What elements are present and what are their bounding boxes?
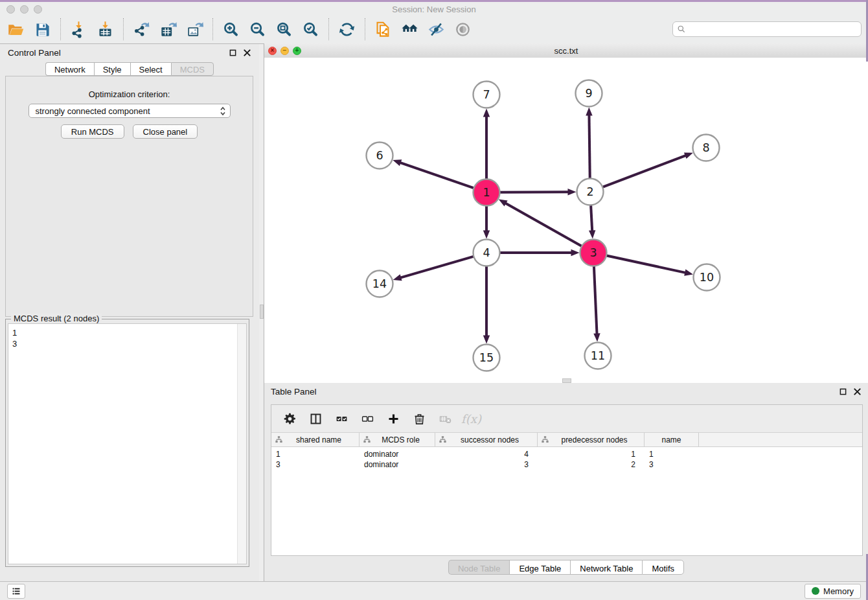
select-all-columns-button[interactable] xyxy=(330,407,354,430)
minimize-view-button[interactable]: − xyxy=(280,47,289,55)
edge-3-10[interactable] xyxy=(607,255,693,275)
result-scrollbar[interactable] xyxy=(237,324,246,564)
search-field[interactable] xyxy=(672,21,862,37)
unselect-all-columns-button[interactable] xyxy=(356,407,380,430)
column-header-successor-nodes[interactable]: successor nodes xyxy=(435,433,538,446)
edge-2-9[interactable] xyxy=(586,107,592,178)
import-table-button[interactable] xyxy=(92,17,119,41)
node-10[interactable]: 10 xyxy=(694,264,720,291)
create-column-button[interactable] xyxy=(382,407,405,430)
export-table-button[interactable] xyxy=(155,17,181,41)
network-canvas[interactable]: 7968124314101511 xyxy=(264,58,868,383)
open-session-button[interactable] xyxy=(3,17,29,41)
network-graph[interactable]: 7968124314101511 xyxy=(264,58,867,383)
edge-1-4[interactable] xyxy=(483,206,490,239)
canvas-splitter-grip[interactable] xyxy=(562,378,571,383)
cell-MCDS-role[interactable]: dominator xyxy=(360,450,435,459)
svg-text:8: 8 xyxy=(702,141,709,154)
search-input[interactable] xyxy=(689,24,857,35)
deselect-all-icon xyxy=(361,412,374,426)
edge-1-7[interactable] xyxy=(483,109,490,179)
node-4[interactable]: 4 xyxy=(474,240,500,266)
cell-shared-name[interactable]: 3 xyxy=(271,460,360,469)
cell-successor-nodes[interactable]: 3 xyxy=(435,460,538,469)
export-image-button[interactable] xyxy=(181,17,208,41)
edge-3-11[interactable] xyxy=(593,266,600,342)
node-6[interactable]: 6 xyxy=(367,143,393,169)
tab-style[interactable]: Style xyxy=(94,62,130,76)
column-header-name[interactable]: name xyxy=(645,433,699,446)
cell-predecessor-nodes[interactable]: 1 xyxy=(538,450,645,459)
table-row-1[interactable]: 1dominator411 xyxy=(271,449,862,459)
cell-MCDS-role[interactable]: dominator xyxy=(360,460,435,469)
hide-selected-button[interactable] xyxy=(423,17,450,41)
column-header-MCDS-role[interactable]: MCDS role xyxy=(360,433,435,446)
zoom-out-button[interactable] xyxy=(244,17,271,41)
node-11[interactable]: 11 xyxy=(585,343,611,369)
node-15[interactable]: 15 xyxy=(474,345,500,371)
close-table-panel-icon[interactable] xyxy=(853,387,862,396)
import-network-button[interactable] xyxy=(65,17,92,41)
cell-name[interactable]: 3 xyxy=(645,460,699,469)
mcds-result-textarea[interactable]: 13 xyxy=(8,323,247,564)
close-view-button[interactable]: × xyxy=(268,47,277,55)
table-options-button[interactable] xyxy=(278,407,302,430)
column-header-shared-name[interactable]: shared name xyxy=(271,433,360,446)
node-8[interactable]: 8 xyxy=(693,135,720,161)
delete-columns-button[interactable] xyxy=(407,407,431,430)
memory-button[interactable]: Memory xyxy=(805,584,861,599)
export-network-button[interactable] xyxy=(128,17,155,41)
gear-icon xyxy=(283,412,297,426)
tab-network-table[interactable]: Network Table xyxy=(570,560,642,575)
clone-network-button[interactable] xyxy=(370,17,396,41)
tab-edge-table[interactable]: Edge Table xyxy=(509,560,570,575)
node-1[interactable]: 1 xyxy=(474,179,500,206)
table-row-3[interactable]: 3dominator323 xyxy=(271,459,862,470)
show-all-button xyxy=(450,17,476,41)
edge-2-3[interactable] xyxy=(589,205,595,239)
node-3[interactable]: 3 xyxy=(580,240,607,266)
edge-1-6[interactable] xyxy=(393,159,474,188)
node-9[interactable]: 9 xyxy=(576,80,602,107)
float-table-panel-icon[interactable] xyxy=(839,387,847,396)
column-header-predecessor-nodes[interactable]: predecessor nodes xyxy=(538,433,645,446)
zoom-fit-button[interactable] xyxy=(271,17,297,41)
cell-predecessor-nodes[interactable]: 2 xyxy=(538,460,645,469)
edge-4-15[interactable] xyxy=(483,266,490,344)
memory-label: Memory xyxy=(823,586,854,596)
zoom-in-button[interactable] xyxy=(218,17,244,41)
cell-shared-name[interactable]: 1 xyxy=(271,450,360,459)
toolbar-separator xyxy=(328,18,329,40)
cell-successor-nodes[interactable]: 4 xyxy=(435,450,538,459)
tab-motifs[interactable]: Motifs xyxy=(642,560,684,575)
zoom-selected-button[interactable] xyxy=(297,17,324,41)
node-2[interactable]: 2 xyxy=(577,179,604,205)
close-panel-icon[interactable] xyxy=(243,49,251,57)
edge-1-2[interactable] xyxy=(500,189,577,195)
cell-name[interactable]: 1 xyxy=(645,450,699,459)
edge-4-14[interactable] xyxy=(393,257,474,281)
close-panel-button[interactable]: Close panel xyxy=(133,124,198,139)
maximize-view-button[interactable]: + xyxy=(293,47,301,55)
run-mcds-button[interactable]: Run MCDS xyxy=(61,124,124,139)
edge-3-1[interactable] xyxy=(499,200,582,246)
float-panel-icon[interactable] xyxy=(229,49,237,57)
edge-4-3[interactable] xyxy=(500,249,580,256)
first-neighbors-button[interactable] xyxy=(396,17,423,41)
window-title: Session: New Session xyxy=(0,5,868,14)
apply-layout-button[interactable] xyxy=(334,17,360,41)
control-panel: Control Panel NetworkStyleSelectMCDS Opt… xyxy=(0,44,259,581)
delete-table-icon xyxy=(439,412,452,426)
node-7[interactable]: 7 xyxy=(474,82,500,108)
edge-2-8[interactable] xyxy=(603,152,693,187)
tab-select[interactable]: Select xyxy=(130,62,171,76)
eye-slash-icon xyxy=(428,21,445,38)
criterion-dropdown[interactable]: strongly connected component xyxy=(29,104,231,118)
tab-network[interactable]: Network xyxy=(45,62,94,76)
save-session-button[interactable] xyxy=(29,17,56,41)
show-columns-button[interactable] xyxy=(304,407,328,430)
node-14[interactable]: 14 xyxy=(367,271,393,297)
task-history-button[interactable] xyxy=(7,584,25,599)
tab-mcds[interactable]: MCDS xyxy=(171,62,214,76)
tab-node-table[interactable]: Node Table xyxy=(448,560,510,575)
